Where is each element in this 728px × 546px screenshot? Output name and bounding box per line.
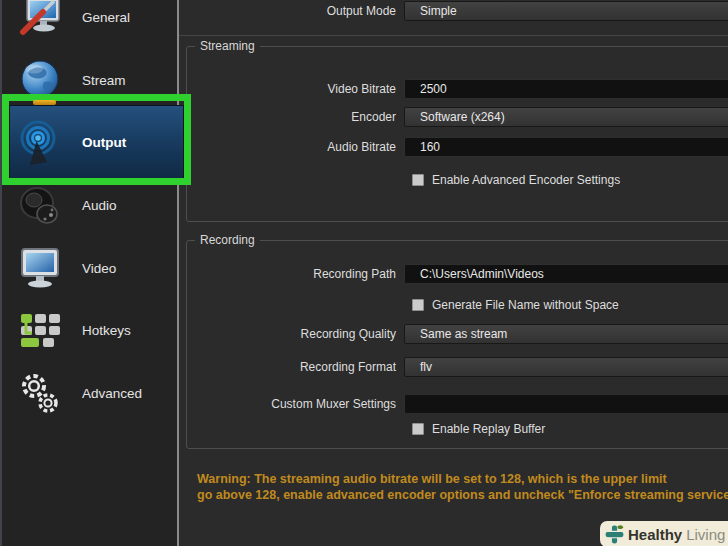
- output-settings-panel: Output Mode Simple Streaming Video Bitra…: [179, 0, 728, 546]
- custom-muxer-row: Custom Muxer Settings: [187, 394, 728, 414]
- encoder-select[interactable]: Software (x264): [404, 107, 728, 127]
- output-icon: [15, 120, 65, 166]
- replay-buffer-checkbox[interactable]: [412, 423, 424, 435]
- output-mode-label: Output Mode: [179, 4, 396, 18]
- sidebar-item-audio[interactable]: Audio: [0, 174, 177, 237]
- sidebar-item-hotkeys[interactable]: Hotkeys: [0, 299, 177, 362]
- video-bitrate-label: Video Bitrate: [187, 82, 396, 96]
- generate-no-space-row: Generate File Name without Space: [187, 297, 728, 313]
- watermark-light-text: Living: [686, 526, 725, 543]
- recording-path-label: Recording Path: [187, 267, 396, 281]
- advanced-encoder-row: Enable Advanced Encoder Settings: [187, 172, 728, 188]
- sidebar-label-advanced: Advanced: [82, 386, 142, 401]
- sidebar-label-video: Video: [82, 261, 116, 276]
- custom-muxer-input[interactable]: [404, 394, 728, 414]
- bitrate-warning-line1: Warning: The streaming audio bitrate wil…: [197, 471, 728, 487]
- healthy-living-logo-icon: [604, 524, 625, 545]
- settings-sidebar: General Stream: [0, 0, 177, 546]
- audio-bitrate-label: Audio Bitrate: [187, 140, 396, 154]
- audio-bitrate-select[interactable]: 160: [404, 137, 728, 157]
- recording-format-label: Recording Format: [187, 360, 396, 374]
- generate-no-space-checkbox-label: Generate File Name without Space: [432, 298, 619, 312]
- recording-quality-select[interactable]: Same as stream: [404, 324, 728, 344]
- recording-format-row: Recording Format flv: [187, 357, 728, 377]
- audio-bitrate-row: Audio Bitrate 160: [187, 137, 728, 157]
- recording-path-input[interactable]: C:\Users\Admin\Videos: [404, 264, 728, 284]
- custom-muxer-label: Custom Muxer Settings: [187, 397, 396, 411]
- advanced-encoder-checkbox-label: Enable Advanced Encoder Settings: [432, 173, 620, 187]
- output-mode-row: Output Mode Simple: [179, 1, 728, 21]
- watermark-bold-text: Healthy: [628, 526, 682, 543]
- replay-buffer-row: Enable Replay Buffer: [187, 421, 728, 437]
- advanced-encoder-checkbox[interactable]: [412, 174, 424, 186]
- video-icon: [15, 247, 65, 289]
- recording-group-title: Recording: [195, 233, 260, 247]
- sidebar-label-general: General: [82, 10, 130, 25]
- streaming-group: Streaming Video Bitrate 2500 Encoder Sof…: [186, 46, 728, 222]
- video-bitrate-row: Video Bitrate 2500: [187, 79, 728, 99]
- recording-quality-label: Recording Quality: [187, 327, 396, 341]
- hotkeys-icon: [15, 310, 65, 352]
- recording-path-row: Recording Path C:\Users\Admin\Videos: [187, 264, 728, 284]
- sidebar-label-audio: Audio: [82, 198, 117, 213]
- bitrate-warning-line2: go above 128, enable advanced encoder op…: [197, 487, 728, 503]
- sidebar-item-stream[interactable]: Stream: [0, 49, 177, 112]
- sidebar-label-output: Output: [82, 135, 126, 150]
- sidebar-left-edge: [0, 0, 2, 546]
- output-mode-select[interactable]: Simple: [404, 1, 728, 21]
- stream-icon: [15, 58, 65, 102]
- advanced-icon: [15, 370, 65, 416]
- section-divider: [179, 35, 728, 36]
- replay-buffer-checkbox-label: Enable Replay Buffer: [432, 422, 545, 436]
- encoder-label: Encoder: [187, 110, 396, 124]
- audio-icon: [15, 183, 65, 227]
- sidebar-item-general[interactable]: General: [0, 0, 177, 49]
- stream-icon-base: [33, 100, 56, 105]
- sidebar-item-video[interactable]: Video: [0, 237, 177, 300]
- bitrate-warning: Warning: The streaming audio bitrate wil…: [197, 471, 728, 503]
- generate-no-space-checkbox[interactable]: [412, 299, 424, 311]
- sidebar-item-advanced[interactable]: Advanced: [0, 362, 177, 425]
- recording-group: Recording Recording Path C:\Users\Admin\…: [186, 240, 728, 449]
- video-bitrate-input[interactable]: 2500: [404, 79, 728, 99]
- encoder-row: Encoder Software (x264): [187, 107, 728, 127]
- streaming-group-title: Streaming: [195, 39, 260, 53]
- recording-quality-row: Recording Quality Same as stream: [187, 324, 728, 344]
- sidebar-label-hotkeys: Hotkeys: [82, 323, 131, 338]
- healthy-living-watermark: Healthy Living: [600, 521, 728, 546]
- sidebar-label-stream: Stream: [82, 73, 126, 88]
- sidebar-item-output[interactable]: Output: [0, 111, 177, 174]
- recording-format-select[interactable]: flv: [404, 357, 728, 377]
- settings-nav: General Stream: [0, 0, 177, 425]
- general-icon: [15, 0, 65, 38]
